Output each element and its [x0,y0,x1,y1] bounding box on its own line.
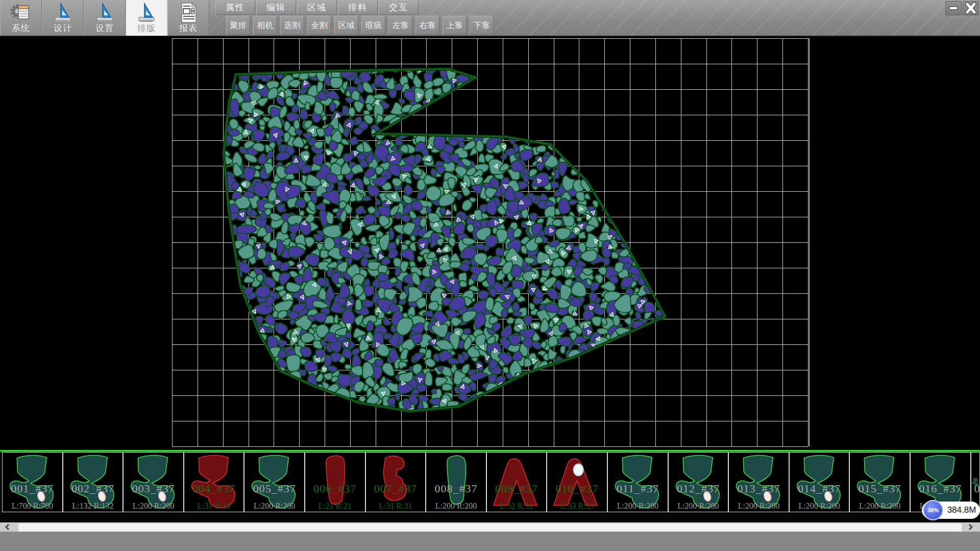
piece-cell-002[interactable]: 002_#37L:132 R:132 [63,452,124,512]
piece-lr-count: L:200 R:200 [244,502,304,511]
app-mode-buttons: 系统设计设置排版报表 [0,0,209,36]
app-button-3[interactable]: 设置 [84,0,126,36]
piece-label: 016_#37 [911,482,970,495]
application-window: 系统设计设置排版报表 属性编辑区域排料交互 聚排相机选割全割区域瑕疵左靠右靠上靠… [0,0,980,551]
app-button-label: 报表 [168,22,209,34]
footer-bar [0,532,980,551]
piece-lr-count: L:31 R:31 [366,502,426,511]
piece-label: 017_#37 [971,482,979,495]
app-button-label: 设置 [84,22,125,34]
menu-button-5[interactable]: 交互 [379,1,419,15]
menu-buttons: 属性编辑区域排料交互 [215,1,420,15]
piece-strip: 001_#37L:700 R:700002_#37L:132 R:132003_… [0,450,980,521]
piece-label: 002_#37 [63,482,123,495]
settings-ruler-icon [93,2,116,24]
piece-lr-count: L:200 R:200 [426,502,486,511]
piece-cell-001[interactable]: 001_#37L:700 R:700 [2,452,63,512]
piece-cell-014[interactable]: 014_#37L:200 R:200 [789,452,850,512]
tool-buttons: 聚排相机选割全割区域瑕疵左靠右靠上靠下靠 [226,16,497,35]
piece-cell-012[interactable]: 012_#37L:200 R:200 [668,452,729,512]
scroll-left-arrow[interactable] [0,522,17,532]
tool-button-6[interactable]: 瑕疵 [361,16,385,35]
tool-button-8[interactable]: 右靠 [415,16,439,35]
close-button[interactable] [963,1,979,15]
memory-value: 384.8M [946,502,977,519]
tool-button-2[interactable]: 相机 [253,16,277,35]
app-button-5[interactable]: 报表 [167,0,209,36]
tool-button-7[interactable]: 左靠 [388,16,412,35]
app-button-1[interactable]: 系统 [0,0,42,36]
window-controls [945,1,979,15]
piece-cell-003[interactable]: 003_#37L:200 R:200 [123,452,184,512]
piece-lr-count: L:200 R:200 [729,502,789,511]
piece-label: 012_#37 [669,482,728,495]
design-ruler-icon [52,2,74,24]
piece-cell-006[interactable]: 006_#37L:21 R:21 [305,452,365,512]
piece-label: 005_#37 [244,482,304,495]
tool-button-5[interactable]: 区域 [334,16,358,35]
app-button-2[interactable]: 设计 [42,0,84,36]
piece-label: 011_#37 [608,482,668,495]
tool-button-4[interactable]: 全割 [307,16,331,35]
progress-percent-badge: 38% [923,500,943,520]
piece-lr-count: L:200 R:200 [790,502,849,511]
menu-button-1[interactable]: 属性 [215,1,255,15]
piece-label: 008_#37 [426,482,486,495]
menu-button-4[interactable]: 排料 [338,1,378,15]
piece-label: 003_#37 [124,482,183,495]
app-button-label: 设计 [42,22,83,34]
piece-cell-009[interactable]: 009_#37L:32 R:31 [486,452,547,512]
piece-lr-count: L:200 R:200 [669,502,728,511]
minimize-button[interactable] [945,1,962,15]
piece-label: 007_#37 [366,482,426,495]
piece-label: 006_#37 [305,482,365,495]
piece-lr-count: L:200 R:200 [124,502,183,511]
piece-cell-015[interactable]: 015_#37L:200 R:200 [849,452,910,512]
menu-button-3[interactable]: 区域 [297,1,337,15]
piece-lr-count: L:31 R:31 [184,502,244,511]
piece-lr-count: L:200 R:200 [850,502,910,511]
piece-lr-count: L:132 R:132 [63,502,123,511]
horizontal-scrollbar[interactable] [0,521,980,532]
nesting-ruler-icon [135,2,158,24]
system-gear-icon [10,2,32,24]
piece-label: 015_#37 [850,482,910,495]
main-toolbar: 系统设计设置排版报表 属性编辑区域排料交互 聚排相机选割全割区域瑕疵左靠右靠上靠… [0,0,980,37]
tool-button-3[interactable]: 选割 [280,16,304,35]
piece-cell-005[interactable]: 005_#37L:200 R:200 [244,452,305,512]
tool-button-9[interactable]: 上靠 [443,16,467,35]
piece-cell-008[interactable]: 008_#37L:200 R:200 [426,452,486,512]
piece-lr-count: L:700 R:700 [3,502,62,511]
piece-cell-004[interactable]: 004_#37L:31 R:31 [184,452,244,512]
tool-button-1[interactable]: 聚排 [226,16,250,35]
piece-lr-count: L:21 R:21 [305,502,365,511]
menu-button-2[interactable]: 编辑 [256,1,296,15]
piece-label: 010_#37 [547,482,607,495]
piece-label: 001_#37 [3,482,62,495]
piece-lr-count: L:33 R:33 [547,502,607,511]
piece-label: 013_#37 [729,482,789,495]
piece-cell-010[interactable]: 010_#37L:33 R:33 [547,452,607,512]
piece-label: 004_#37 [184,482,244,495]
app-button-4[interactable]: 排版 [126,0,167,36]
strip-green-line [0,450,980,452]
scroll-right-arrow[interactable] [963,522,980,532]
piece-label: 014_#37 [790,482,849,495]
nesting-canvas[interactable] [0,37,980,450]
piece-lr-count: L:32 R:31 [487,502,547,511]
piece-cell-013[interactable]: 013_#37L:200 R:200 [728,452,789,512]
app-button-label: 系统 [1,22,41,34]
scrollbar-thumb[interactable] [18,523,962,532]
memory-progress-pill[interactable]: 38% 384.8M [922,502,980,519]
piece-label: 009_#37 [487,482,547,495]
app-button-label: 排版 [126,22,167,34]
piece-cell-011[interactable]: 011_#37L:200 R:200 [607,452,668,512]
piece-lr-count: L:200 R:200 [608,502,668,511]
tool-button-10[interactable]: 下靠 [470,16,494,35]
piece-cell-007[interactable]: 007_#37L:31 R:31 [365,452,426,512]
report-doc-icon [177,2,200,24]
